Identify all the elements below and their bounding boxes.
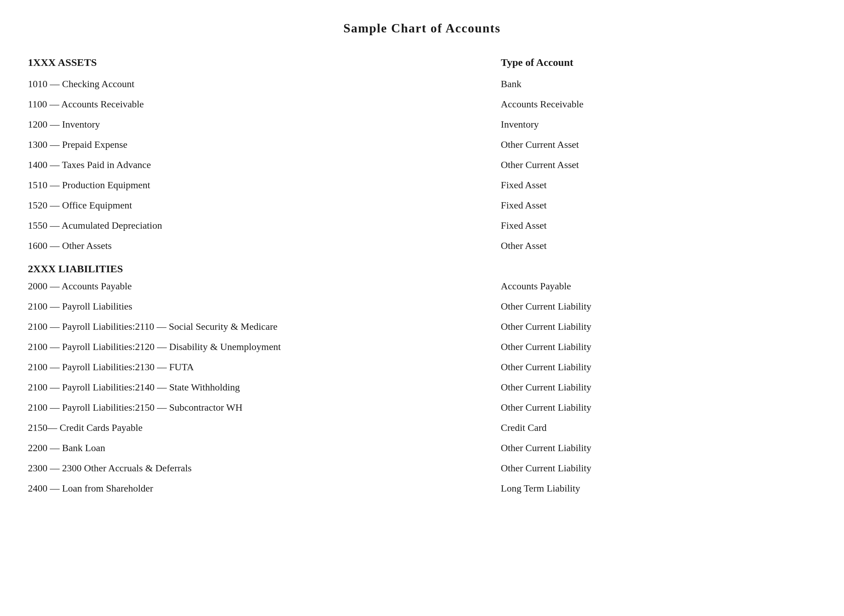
account-type: Other Asset [501,238,816,253]
account-type: Credit Card [501,421,816,435]
account-name: 1400 — Taxes Paid in Advance [28,158,485,172]
table-row: 2300 — 2300 Other Accruals & Deferrals O… [28,458,816,478]
account-name: 1200 — Inventory [28,117,485,132]
account-name: 2100 — Payroll Liabilities:2130 — FUTA [28,360,485,374]
account-type: Other Current Liability [501,360,816,374]
account-type: Other Current Liability [501,441,816,455]
account-name: 2000 — Accounts Payable [28,279,485,293]
account-name: 1300 — Prepaid Expense [28,137,485,152]
table-row: 1100 — Accounts Receivable Accounts Rece… [28,94,816,114]
table-row: 1600 — Other Assets Other Asset [28,236,816,256]
account-type: Fixed Asset [501,218,816,233]
account-type: Fixed Asset [501,178,816,192]
assets-rows: 1010 — Checking Account Bank 1100 — Acco… [28,74,816,256]
table-row: 1200 — Inventory Inventory [28,114,816,135]
chart-table: 1XXX ASSETS Type of Account 1010 — Check… [28,56,816,499]
account-type: Other Current Liability [501,319,816,334]
account-type: Fixed Asset [501,198,816,213]
account-type: Other Current Liability [501,461,816,475]
table-row: 2100 — Payroll Liabilities:2150 — Subcon… [28,397,816,418]
account-type: Other Current Liability [501,400,816,415]
account-name: 1510 — Production Equipment [28,178,485,192]
account-type: Other Current Liability [501,380,816,395]
table-row: 1400 — Taxes Paid in Advance Other Curre… [28,155,816,175]
liabilities-rows: 2000 — Accounts Payable Accounts Payable… [28,276,816,499]
table-row: 2100 — Payroll Liabilities:2130 — FUTA O… [28,357,816,377]
page-title: Sample Chart of Accounts [28,21,816,35]
account-name: 2300 — 2300 Other Accruals & Deferrals [28,461,485,475]
type-col-header: Type of Account [501,56,816,68]
table-row: 2100 — Payroll Liabilities:2140 — State … [28,377,816,397]
column-headers: 1XXX ASSETS Type of Account [28,56,816,68]
table-row: 1300 — Prepaid Expense Other Current Ass… [28,135,816,155]
account-name: 2100 — Payroll Liabilities [28,299,485,314]
account-type: Bank [501,77,816,91]
table-row: 1520 — Office Equipment Fixed Asset [28,195,816,216]
table-row: 2150— Credit Cards Payable Credit Card [28,418,816,438]
account-type: Long Term Liability [501,481,816,496]
account-name: 2200 — Bank Loan [28,441,485,455]
account-type: Accounts Receivable [501,97,816,111]
account-name: 1100 — Accounts Receivable [28,97,485,111]
account-type: Other Current Liability [501,340,816,354]
account-name: 1520 — Office Equipment [28,198,485,213]
assets-section-header: 1XXX ASSETS [28,56,485,68]
table-row: 2000 — Accounts Payable Accounts Payable [28,276,816,296]
account-type: Other Current Asset [501,158,816,172]
table-row: 1510 — Production Equipment Fixed Asset [28,175,816,195]
account-name: 2100 — Payroll Liabilities:2120 — Disabi… [28,340,485,354]
account-type: Other Current Liability [501,299,816,314]
account-name: 2150— Credit Cards Payable [28,421,485,435]
table-row: 2100 — Payroll Liabilities Other Current… [28,296,816,317]
account-name: 2400 — Loan from Shareholder [28,481,485,496]
account-name: 2100 — Payroll Liabilities:2150 — Subcon… [28,400,485,415]
account-type: Inventory [501,117,816,132]
account-name: 2100 — Payroll Liabilities:2140 — State … [28,380,485,395]
account-type: Accounts Payable [501,279,816,293]
account-name: 2100 — Payroll Liabilities:2110 — Social… [28,319,485,334]
account-type: Other Current Asset [501,137,816,152]
table-row: 2200 — Bank Loan Other Current Liability [28,438,816,458]
table-row: 2100 — Payroll Liabilities:2110 — Social… [28,317,816,337]
table-row: 2100 — Payroll Liabilities:2120 — Disabi… [28,337,816,357]
account-name: 1010 — Checking Account [28,77,485,91]
table-row: 2400 — Loan from Shareholder Long Term L… [28,478,816,499]
liabilities-section-header: 2XXX LIABILITIES [28,263,816,275]
account-name: 1600 — Other Assets [28,238,485,253]
table-row: 1010 — Checking Account Bank [28,74,816,94]
account-name: 1550 — Acumulated Depreciation [28,218,485,233]
table-row: 1550 — Acumulated Depreciation Fixed Ass… [28,216,816,236]
